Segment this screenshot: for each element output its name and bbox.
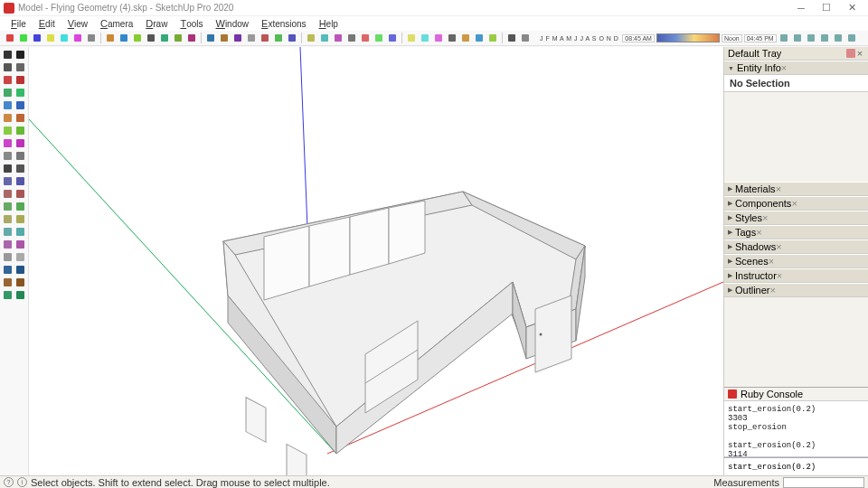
info-icon[interactable]: i [17, 477, 27, 487]
toolbar-button[interactable] [145, 32, 157, 44]
tool-button[interactable] [2, 74, 14, 86]
tool-button[interactable] [2, 175, 14, 187]
panel-components[interactable]: Components× [724, 196, 868, 211]
tray-pin-icon[interactable] [846, 49, 855, 58]
toolbar-button[interactable] [31, 32, 43, 44]
panel-materials[interactable]: Materials× [724, 182, 868, 196]
tool-button[interactable] [14, 125, 26, 136]
tool-button[interactable] [14, 61, 26, 73]
time-start[interactable]: 08:45 AM [622, 34, 655, 42]
toolbar-button[interactable] [204, 32, 217, 44]
toolbar-button[interactable] [172, 32, 184, 44]
tool-button[interactable] [14, 137, 26, 149]
view-button[interactable] [832, 32, 844, 44]
tool-button[interactable] [14, 277, 26, 288]
tool-button[interactable] [14, 289, 26, 301]
tool-button[interactable] [2, 251, 14, 263]
tool-button[interactable] [14, 251, 26, 263]
toolbar-button[interactable] [359, 32, 372, 44]
tool-button[interactable] [14, 163, 26, 174]
tool-button[interactable] [2, 277, 14, 288]
toolbar-button[interactable] [446, 32, 458, 44]
tool-button[interactable] [2, 239, 14, 250]
toolbar-button[interactable] [432, 32, 445, 44]
minimize-button[interactable]: ─ [788, 1, 814, 15]
panel-entity-info[interactable]: Entity Info × [724, 61, 868, 75]
toolbar-button[interactable] [473, 32, 486, 44]
tool-button[interactable] [14, 74, 26, 86]
toolbar-button[interactable] [131, 32, 144, 44]
viewport-3d[interactable] [29, 47, 723, 475]
toolbar-button[interactable] [231, 32, 244, 44]
tool-button[interactable] [2, 226, 14, 238]
menu-view[interactable]: View [62, 17, 93, 30]
toolbar-button[interactable] [158, 32, 171, 44]
tray-close-icon[interactable]: × [855, 48, 864, 59]
tool-button[interactable] [14, 49, 26, 61]
menu-edit[interactable]: Edit [33, 17, 61, 30]
panel-outliner[interactable]: Outliner× [724, 283, 868, 297]
tool-button[interactable] [14, 112, 26, 124]
toolbar-button[interactable] [272, 32, 285, 44]
measurements-input[interactable] [783, 477, 864, 488]
toolbar-button[interactable] [405, 32, 418, 44]
menu-extensions[interactable]: Extensions [256, 17, 312, 30]
ruby-console-title[interactable]: Ruby Console [724, 388, 868, 401]
toolbar-button[interactable] [519, 32, 532, 44]
tool-button[interactable] [14, 213, 26, 225]
toolbar-button[interactable] [486, 32, 499, 44]
view-button[interactable] [845, 32, 858, 44]
toolbar-button[interactable] [118, 32, 130, 44]
menu-camera[interactable]: Camera [95, 17, 138, 30]
toolbar-button[interactable] [459, 32, 472, 44]
tool-button[interactable] [14, 201, 26, 212]
tool-button[interactable] [14, 239, 26, 250]
toolbar-button[interactable] [17, 32, 30, 44]
menu-tools[interactable]: Tools [175, 17, 208, 30]
tool-button[interactable] [2, 137, 14, 149]
tool-button[interactable] [2, 150, 14, 162]
tool-button[interactable] [14, 264, 26, 276]
tool-button[interactable] [14, 87, 26, 99]
tool-button[interactable] [14, 150, 26, 162]
time-end[interactable]: 04:45 PM [744, 34, 777, 42]
toolbar-button[interactable] [44, 32, 57, 44]
tool-button[interactable] [2, 125, 14, 136]
panel-instructor[interactable]: Instructor× [724, 268, 868, 283]
toolbar-button[interactable] [259, 32, 271, 44]
tool-button[interactable] [2, 163, 14, 174]
menu-window[interactable]: Window [211, 17, 255, 30]
tool-button[interactable] [2, 264, 14, 276]
view-button[interactable] [805, 32, 817, 44]
toolbar-button[interactable] [318, 32, 331, 44]
toolbar-button[interactable] [185, 32, 198, 44]
tool-button[interactable] [2, 112, 14, 124]
view-button[interactable] [791, 32, 804, 44]
toolbar-button[interactable] [386, 32, 399, 44]
toolbar-button[interactable] [505, 32, 518, 44]
toolbar-button[interactable] [85, 32, 98, 44]
toolbar-button[interactable] [245, 32, 258, 44]
tool-button[interactable] [14, 175, 26, 187]
tool-button[interactable] [2, 87, 14, 99]
menu-help[interactable]: Help [314, 17, 344, 30]
ruby-console-input[interactable] [726, 461, 866, 474]
tool-button[interactable] [2, 188, 14, 200]
toolbar-button[interactable] [419, 32, 431, 44]
tool-button[interactable] [2, 61, 14, 73]
tool-button[interactable] [2, 99, 14, 111]
tool-button[interactable] [14, 99, 26, 111]
sun-gradient[interactable] [656, 33, 720, 42]
view-button[interactable] [818, 32, 831, 44]
toolbar-button[interactable] [4, 32, 16, 44]
toolbar-button[interactable] [104, 32, 117, 44]
tool-button[interactable] [14, 226, 26, 238]
close-button[interactable]: ✕ [839, 1, 864, 15]
toolbar-button[interactable] [286, 32, 298, 44]
menu-draw[interactable]: Draw [140, 17, 173, 30]
toolbar-button[interactable] [71, 32, 84, 44]
panel-scenes[interactable]: Scenes× [724, 254, 868, 268]
maximize-button[interactable]: ☐ [814, 1, 839, 15]
toolbar-button[interactable] [58, 32, 71, 44]
view-button[interactable] [778, 32, 790, 44]
